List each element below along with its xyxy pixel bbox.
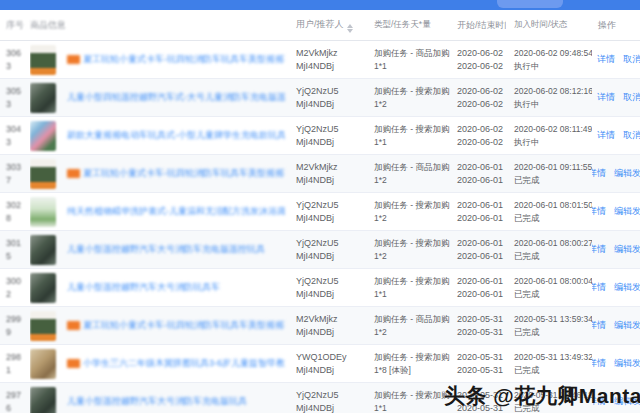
task-quantity: 1*8 [体验] bbox=[374, 364, 450, 377]
product-thumbnail[interactable] bbox=[30, 273, 56, 303]
secondary-action-link[interactable]: 编辑发布 bbox=[614, 281, 640, 294]
detail-link[interactable]: 详情 bbox=[592, 281, 606, 294]
detail-link[interactable]: 详情 bbox=[592, 357, 606, 370]
product-thumbnail[interactable] bbox=[30, 121, 56, 151]
join-time: 2020-06-01 08:01:50 bbox=[514, 199, 592, 212]
user-referrer-cell: YjQ2NzU5 MjI4NDBj bbox=[290, 231, 366, 268]
detail-link[interactable]: 详情 bbox=[597, 91, 615, 104]
start-date: 2020-05-31 bbox=[457, 351, 506, 364]
task-type: 加购任务 - 搜索加购 bbox=[374, 275, 450, 288]
product-promo-tag bbox=[67, 169, 80, 178]
actions-cell: 详情 编辑发布 bbox=[592, 345, 640, 382]
product-thumbnail[interactable] bbox=[30, 45, 56, 75]
referrer-id: MjI4NDBj bbox=[296, 212, 366, 225]
detail-link[interactable]: 详情 bbox=[592, 205, 606, 218]
secondary-action-link[interactable]: 取消 bbox=[623, 53, 640, 66]
user-id: M2VkMjkz bbox=[296, 161, 366, 174]
product-title-link[interactable]: 儿童小型遥控越野汽车大号消防车充电版玩具 bbox=[67, 395, 247, 408]
actions-cell: 详情 编辑发布 bbox=[592, 155, 640, 192]
user-id: YjQ2NzU5 bbox=[296, 237, 366, 250]
end-date: 2020-06-01 bbox=[457, 288, 506, 301]
product-thumbnail[interactable] bbox=[30, 311, 56, 341]
product-thumbnail[interactable] bbox=[30, 235, 56, 265]
detail-link[interactable]: 详情 bbox=[592, 167, 606, 180]
actions-cell: 详情 取消 bbox=[592, 41, 640, 78]
secondary-action-link[interactable]: 取消 bbox=[623, 91, 640, 104]
end-date: 2020-05-31 bbox=[457, 364, 506, 377]
product-title-link[interactable]: 夏工玩轮小童式卡车-玩四轮消防车玩具车美型摇摇车编 bbox=[67, 319, 285, 332]
start-date: 2020-06-01 bbox=[457, 275, 506, 288]
start-end-cell: 2020-05-31 2020-05-31 bbox=[450, 345, 506, 382]
header-user-referrer[interactable]: 用户/推荐人 bbox=[290, 18, 366, 33]
status-text: 已完成 bbox=[514, 288, 592, 301]
table-header-row: 序号 商品信息 用户/推荐人 类型/任务天*量 开始/结束时间 加入时间/状态 … bbox=[0, 10, 640, 41]
product-thumbnail[interactable] bbox=[30, 197, 56, 227]
product-title-link[interactable]: 新款大童摇摇电动车玩具式-小型儿童牌学生充电款玩具摇摇车 bbox=[67, 129, 285, 142]
detail-link[interactable]: 详情 bbox=[597, 129, 615, 142]
detail-link[interactable]: 详情 bbox=[592, 243, 606, 256]
actions-cell: 详情 编辑发布 bbox=[592, 193, 640, 230]
start-date: 2020-06-01 bbox=[457, 237, 506, 250]
row-serial-number: 2999 bbox=[0, 307, 30, 344]
status-text: 执行中 bbox=[514, 60, 592, 73]
actions-cell: 详情 取消 bbox=[592, 79, 640, 116]
user-referrer-cell: M2VkMjkz MjI4NDBj bbox=[290, 41, 366, 78]
product-thumbnail[interactable] bbox=[30, 387, 56, 413]
table-row: 2999 夏工玩轮小童式卡车-玩四轮消防车玩具车美型摇摇车编 M2VkMjkz … bbox=[0, 307, 640, 345]
product-title-link[interactable]: 小学生三六二年级木質拼图玩具3-6岁儿童益智早教拼装玩具礼盒 bbox=[67, 357, 285, 370]
product-title-link[interactable]: 纯天然植物精华洗护装式-儿童温和无泪配方洗发沐浴露套装 bbox=[67, 205, 285, 218]
secondary-action-link[interactable]: 编辑发布 bbox=[614, 357, 640, 370]
product-title-link[interactable]: 夏工玩轮小童式卡车-玩四轮消防车玩具车美型摇摇车编新 bbox=[67, 53, 285, 66]
product-title-link[interactable]: 儿童小型遥控越野汽车大号消防车充电版遥控玩具 bbox=[67, 243, 265, 256]
top-blue-bar bbox=[0, 0, 640, 10]
detail-link[interactable]: 详情 bbox=[597, 53, 615, 66]
topbar-button[interactable] bbox=[497, 0, 563, 8]
task-quantity: 1*2 bbox=[374, 212, 450, 225]
secondary-action-link[interactable]: 编辑发布 bbox=[614, 167, 640, 180]
join-status-cell: 2020-06-01 08:00:04 已完成 bbox=[506, 269, 592, 306]
start-end-cell: 2020-06-02 2020-06-02 bbox=[450, 41, 506, 78]
user-id: YjQ2NzU5 bbox=[296, 389, 366, 402]
product-title-link[interactable]: 夏工玩轮小童式卡车-玩四轮消防车玩具车美型摇摇车编新车 bbox=[67, 167, 285, 180]
product-cell: 纯天然植物精华洗护装式-儿童温和无泪配方洗发沐浴露套装 bbox=[30, 193, 290, 230]
join-time: 2020-05-31 13:59:34 bbox=[514, 313, 592, 326]
start-date: 2020-06-02 bbox=[457, 47, 506, 60]
start-date: 2020-05-31 bbox=[457, 313, 506, 326]
secondary-action-link[interactable]: 编辑发布 bbox=[614, 319, 640, 332]
type-task-cell: 加购任务 - 搜索加购 1*2 bbox=[366, 79, 450, 116]
row-serial-number: 3002 bbox=[0, 269, 30, 306]
product-title-link[interactable]: 儿童小型遥控越野汽车大号消防玩具车 bbox=[67, 281, 220, 294]
referrer-id: MjI4NDBj bbox=[296, 174, 366, 187]
task-quantity: 1*2 bbox=[374, 98, 450, 111]
task-quantity: 1*2 bbox=[374, 250, 450, 263]
table-row: 3063 夏工玩轮小童式卡车-玩四轮消防车玩具车美型摇摇车编新 M2VkMjkz… bbox=[0, 41, 640, 79]
type-task-cell: 加购任务 - 搜索加购 1*1 bbox=[366, 383, 450, 413]
secondary-action-link[interactable]: 编辑发布 bbox=[614, 205, 640, 218]
row-serial-number: 3015 bbox=[0, 231, 30, 268]
type-task-cell: 加购任务 - 搜索加购 1*2 bbox=[366, 231, 450, 268]
type-task-cell: 加购任务 - 商品加购 1*2 bbox=[366, 307, 450, 344]
row-serial-number: 3043 bbox=[0, 117, 30, 154]
header-user-label: 用户/推荐人 bbox=[296, 19, 344, 29]
row-serial-number: 2976 bbox=[0, 383, 30, 413]
secondary-action-link[interactable]: 编辑发布 bbox=[614, 243, 640, 256]
product-promo-tag bbox=[67, 359, 80, 368]
product-thumbnail[interactable] bbox=[30, 159, 56, 189]
row-serial-number: 3037 bbox=[0, 155, 30, 192]
table-row: 3002 儿童小型遥控越野汽车大号消防玩具车 YjQ2NzU5 MjI4NDBj… bbox=[0, 269, 640, 307]
referrer-id: MjI4NDBj bbox=[296, 250, 366, 263]
product-title-link[interactable]: 儿童小型四轮遥控越野汽车式-大号儿童消防车充电版遥控玩具车小童车 bbox=[67, 91, 285, 104]
product-thumbnail[interactable] bbox=[30, 349, 56, 379]
task-quantity: 1*1 bbox=[374, 402, 450, 413]
secondary-action-link[interactable]: 取消 bbox=[623, 129, 640, 142]
product-thumbnail[interactable] bbox=[30, 83, 56, 113]
sort-caret-icon[interactable] bbox=[347, 24, 353, 33]
start-end-cell: 2020-06-01 2020-06-01 bbox=[450, 193, 506, 230]
actions-cell: 详情 编辑发布 bbox=[592, 231, 640, 268]
task-quantity: 1*2 bbox=[374, 174, 450, 187]
detail-link[interactable]: 详情 bbox=[592, 319, 606, 332]
type-task-cell: 加购任务 - 搜索加购 1*1 bbox=[366, 269, 450, 306]
user-referrer-cell: M2VkMjkz MjI4NDBj bbox=[290, 307, 366, 344]
table-row: 3028 纯天然植物精华洗护装式-儿童温和无泪配方洗发沐浴露套装 YjQ2NzU… bbox=[0, 193, 640, 231]
row-serial-number: 3063 bbox=[0, 41, 30, 78]
